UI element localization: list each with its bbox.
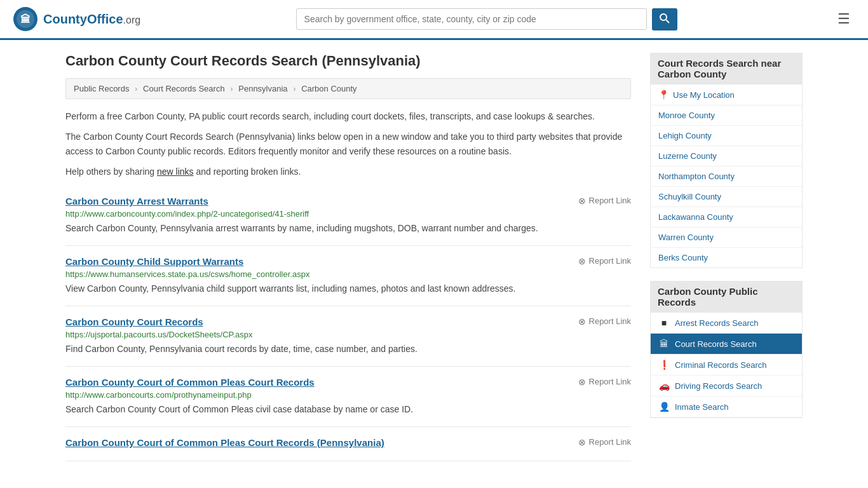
breadcrumb-public-records[interactable]: Public Records bbox=[74, 84, 129, 93]
result-desc-3: Search Carbon County Court of Common Ple… bbox=[65, 403, 631, 416]
driving-icon: 🚗 bbox=[658, 381, 670, 391]
breadcrumb-court-records[interactable]: Court Records Search bbox=[143, 84, 225, 93]
page-title: Carbon County Court Records Search (Penn… bbox=[65, 53, 631, 69]
use-my-location-item[interactable]: 📍 Use My Location bbox=[651, 85, 802, 105]
result-title-4[interactable]: Carbon County Court of Common Pleas Cour… bbox=[65, 437, 384, 448]
use-my-location-link[interactable]: Use My Location bbox=[673, 90, 735, 100]
breadcrumb-sep-3: › bbox=[293, 84, 295, 93]
result-item-4: Carbon County Court of Common Pleas Cour… bbox=[65, 427, 631, 461]
nearby-county-link-1[interactable]: Lehigh County bbox=[658, 131, 712, 140]
nearby-county-link-6[interactable]: Warren County bbox=[658, 233, 714, 242]
search-area bbox=[296, 8, 677, 30]
report-link-1[interactable]: ⊗ Report Link bbox=[578, 256, 631, 266]
nearby-county-7: Berks County bbox=[651, 248, 802, 268]
result-desc-1: View Carbon County, Pennsylvania child s… bbox=[65, 282, 631, 295]
pr-item-1[interactable]: 🏛 Court Records Search bbox=[651, 334, 802, 355]
result-item-2: Carbon County Court Records ⊗ Report Lin… bbox=[65, 306, 631, 367]
content-area: Carbon County Court Records Search (Penn… bbox=[65, 53, 631, 461]
nearby-county-link-3[interactable]: Northampton County bbox=[658, 172, 735, 181]
result-url-0[interactable]: http://www.carboncounty.com/index.php/2-… bbox=[65, 209, 631, 219]
location-pin-icon: 📍 bbox=[658, 90, 669, 100]
logo-icon: 🏛 bbox=[13, 6, 38, 32]
results-list: Carbon County Arrest Warrants ⊗ Report L… bbox=[65, 186, 631, 461]
breadcrumb-sep-2: › bbox=[230, 84, 233, 93]
nearby-county-4: Schuylkill County bbox=[651, 187, 802, 207]
nearby-county-6: Warren County bbox=[651, 227, 802, 248]
court-icon: 🏛 bbox=[658, 339, 670, 349]
nearby-county-2: Luzerne County bbox=[651, 146, 802, 166]
description-3: Help others by sharing new links and rep… bbox=[65, 165, 631, 179]
result-header-0: Carbon County Arrest Warrants ⊗ Report L… bbox=[65, 196, 631, 207]
nearby-county-link-0[interactable]: Monroe County bbox=[658, 111, 715, 120]
result-title-0[interactable]: Carbon County Arrest Warrants bbox=[65, 196, 208, 207]
search-button[interactable] bbox=[652, 8, 677, 30]
header: 🏛 CountyOffice.org ☰ bbox=[0, 0, 868, 40]
pr-link-3[interactable]: Driving Records Search bbox=[675, 381, 762, 391]
header-right: ☰ bbox=[832, 8, 855, 30]
result-header-2: Carbon County Court Records ⊗ Report Lin… bbox=[65, 316, 631, 327]
arrest-icon: ■ bbox=[658, 318, 670, 328]
result-title-2[interactable]: Carbon County Court Records bbox=[65, 316, 203, 327]
sidebar: Court Records Search near Carbon County … bbox=[650, 53, 803, 461]
report-link-4[interactable]: ⊗ Report Link bbox=[578, 437, 631, 447]
report-icon-1: ⊗ bbox=[578, 256, 586, 266]
result-item-1: Carbon County Child Support Warrants ⊗ R… bbox=[65, 246, 631, 306]
nearby-county-0: Monroe County bbox=[651, 105, 802, 126]
result-title-1[interactable]: Carbon County Child Support Warrants bbox=[65, 256, 243, 267]
report-icon-3: ⊗ bbox=[578, 377, 586, 387]
result-title-3[interactable]: Carbon County Court of Common Pleas Cour… bbox=[65, 377, 315, 388]
nearby-county-3: Northampton County bbox=[651, 166, 802, 187]
result-desc-2: Find Carbon County, Pennsylvania court r… bbox=[65, 342, 631, 356]
result-url-3[interactable]: http://www.carboncourts.com/prothynamein… bbox=[65, 390, 631, 400]
breadcrumb: Public Records › Court Records Search › … bbox=[65, 78, 631, 99]
pr-link-1[interactable]: Court Records Search bbox=[675, 339, 757, 349]
search-icon bbox=[660, 13, 670, 24]
result-item-3: Carbon County Court of Common Pleas Cour… bbox=[65, 367, 631, 427]
breadcrumb-carbon-county[interactable]: Carbon County bbox=[301, 84, 356, 93]
nearby-county-5: Lackawanna County bbox=[651, 207, 802, 227]
description-1: Perform a free Carbon County, PA public … bbox=[65, 109, 631, 123]
description-3-suffix: and reporting broken links. bbox=[194, 166, 301, 177]
report-link-2[interactable]: ⊗ Report Link bbox=[578, 316, 631, 327]
main-container: Carbon County Court Records Search (Penn… bbox=[53, 40, 815, 474]
pr-item-3[interactable]: 🚗 Driving Records Search bbox=[651, 376, 802, 396]
report-icon-0: ⊗ bbox=[578, 196, 586, 206]
breadcrumb-sep-1: › bbox=[135, 84, 137, 93]
nearby-county-link-5[interactable]: Lackawanna County bbox=[658, 212, 733, 222]
new-links-link[interactable]: new links bbox=[157, 166, 194, 177]
pr-item-0[interactable]: ■ Arrest Records Search bbox=[651, 313, 802, 334]
breadcrumb-pennsylvania[interactable]: Pennsylvania bbox=[238, 84, 287, 93]
pr-item-2[interactable]: ❗ Criminal Records Search bbox=[651, 355, 802, 376]
report-icon-2: ⊗ bbox=[578, 316, 586, 327]
sidebar-nearby-links: 📍 Use My Location Monroe County Lehigh C… bbox=[650, 85, 803, 268]
pr-item-4[interactable]: 👤 Inmate Search bbox=[651, 396, 802, 417]
search-input[interactable] bbox=[296, 8, 647, 30]
nearby-county-link-7[interactable]: Berks County bbox=[658, 253, 708, 262]
result-url-1[interactable]: https://www.humanservices.state.pa.us/cs… bbox=[65, 269, 631, 279]
svg-text:🏛: 🏛 bbox=[20, 13, 31, 25]
svg-line-4 bbox=[666, 20, 669, 23]
result-item-0: Carbon County Arrest Warrants ⊗ Report L… bbox=[65, 186, 631, 246]
sidebar-public-records-section: Carbon County Public Records ■ Arrest Re… bbox=[650, 281, 803, 418]
result-desc-0: Search Carbon County, Pennsylvania arres… bbox=[65, 222, 631, 235]
report-link-0[interactable]: ⊗ Report Link bbox=[578, 196, 631, 206]
result-header-1: Carbon County Child Support Warrants ⊗ R… bbox=[65, 256, 631, 267]
nearby-county-link-2[interactable]: Luzerne County bbox=[658, 151, 717, 161]
nearby-county-link-4[interactable]: Schuylkill County bbox=[658, 192, 721, 201]
sidebar-public-records-title: Carbon County Public Records bbox=[650, 281, 803, 313]
nearby-county-1: Lehigh County bbox=[651, 126, 802, 146]
description-2: The Carbon County Court Records Search (… bbox=[65, 130, 631, 158]
pr-link-2[interactable]: Criminal Records Search bbox=[675, 360, 767, 370]
menu-button[interactable]: ☰ bbox=[832, 8, 855, 30]
description-3-prefix: Help others by sharing bbox=[65, 166, 157, 177]
pr-link-0[interactable]: Arrest Records Search bbox=[675, 318, 759, 328]
logo-area: 🏛 CountyOffice.org bbox=[13, 6, 140, 32]
result-url-2[interactable]: https://ujsportal.pacourts.us/DocketShee… bbox=[65, 330, 631, 339]
result-header-4: Carbon County Court of Common Pleas Cour… bbox=[65, 437, 631, 448]
inmate-icon: 👤 bbox=[658, 402, 670, 412]
criminal-icon: ❗ bbox=[658, 360, 670, 370]
sidebar-nearby-title: Court Records Search near Carbon County bbox=[650, 53, 803, 85]
pr-link-4[interactable]: Inmate Search bbox=[675, 402, 729, 412]
sidebar-public-records-links: ■ Arrest Records Search 🏛 Court Records … bbox=[650, 313, 803, 418]
report-link-3[interactable]: ⊗ Report Link bbox=[578, 377, 631, 387]
